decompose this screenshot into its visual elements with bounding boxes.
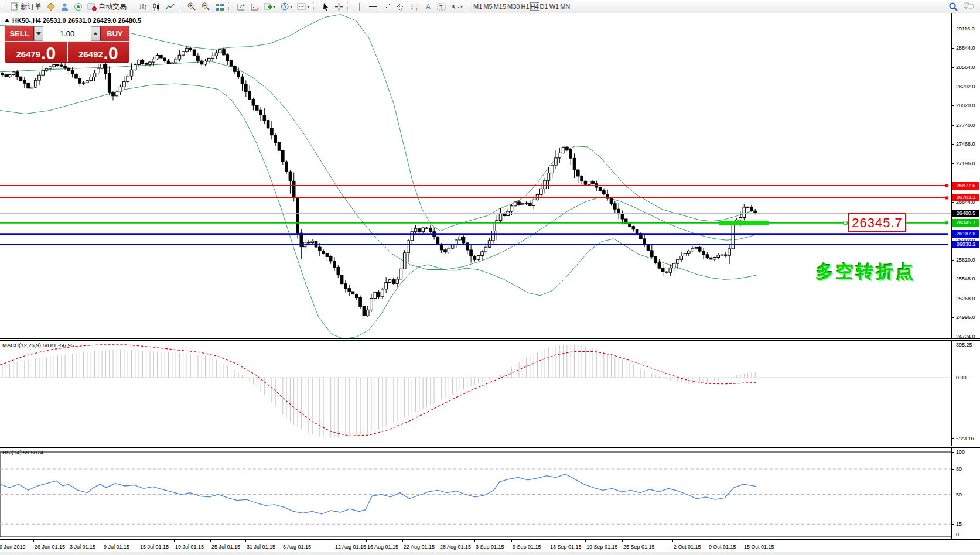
time-axis-tick: [366, 540, 367, 542]
buy-price-int: 26492: [78, 47, 103, 62]
time-axis-tick: [439, 540, 439, 542]
chat-button[interactable]: [961, 1, 976, 12]
step-forward-button[interactable]: [235, 1, 247, 12]
signals-button[interactable]: [72, 1, 84, 12]
buy-price-frac: .0: [104, 44, 118, 62]
timeframe-d1-button[interactable]: D1: [539, 2, 549, 11]
volume-down-button[interactable]: [34, 26, 43, 41]
bar-chart-button[interactable]: [137, 1, 149, 12]
price-line-label: 26703.1: [952, 194, 979, 201]
zoom-in-icon: [187, 2, 196, 11]
title-triangle-icon: [5, 19, 9, 22]
line-chart-button[interactable]: [164, 1, 176, 12]
text-label-icon: T: [437, 2, 446, 11]
tile-windows-button[interactable]: [213, 1, 226, 12]
turning-point-note[interactable]: 多空转折点: [816, 260, 916, 284]
time-axis-label: 12 Aug 01:15: [335, 544, 366, 550]
trendline-button[interactable]: [381, 1, 393, 12]
toolbar-grip[interactable]: [313, 2, 317, 11]
timeframe-m5-button[interactable]: M5: [483, 2, 493, 11]
dropdown-caret-icon: ▾: [273, 4, 275, 9]
clock-icon: [280, 2, 289, 11]
time-axis-tick: [334, 540, 334, 542]
vertical-line-button[interactable]: [354, 1, 366, 12]
autotrading-button[interactable]: 自动交易: [86, 1, 128, 12]
time-axis-tick: [585, 540, 586, 542]
candlestick-chart-button[interactable]: [151, 1, 163, 12]
timeframe-h1-button[interactable]: H1: [520, 2, 530, 11]
text-label-button[interactable]: T: [435, 1, 448, 12]
price-axis[interactable]: 29116.028844.028564.028292.028020.027740…: [951, 13, 980, 338]
cursor-button[interactable]: [320, 1, 332, 12]
arrows-button[interactable]: ▾: [449, 1, 465, 12]
time-axis-tick: [511, 540, 512, 542]
template-icon: [297, 2, 306, 11]
zoom-in-button[interactable]: [185, 1, 198, 12]
rsi-indicator-chart[interactable]: [0, 448, 951, 539]
buy-price[interactable]: 26492 .0: [68, 42, 129, 63]
bar-chart-icon: [139, 2, 148, 11]
chart-forward-icon: [237, 2, 245, 11]
sell-price[interactable]: 26479 .0: [5, 42, 68, 63]
sell-button[interactable]: SELL: [5, 26, 33, 41]
axis-tick-label: 15: [952, 520, 962, 527]
periods-button[interactable]: ▾: [278, 1, 294, 12]
axis-tick-label: -723.16: [952, 435, 974, 442]
macd-indicator-chart[interactable]: [0, 341, 951, 446]
buy-button[interactable]: BUY: [101, 26, 129, 41]
zoom-out-button[interactable]: [199, 1, 212, 12]
toolbar-grip[interactable]: [347, 2, 351, 11]
market-button[interactable]: [45, 1, 57, 12]
price-level-callout[interactable]: 26345.7: [848, 213, 906, 232]
timeframe-h4-button[interactable]: H4: [530, 2, 539, 11]
time-axis-label: 2 Oct 01:15: [674, 544, 701, 550]
symbol-search-button[interactable]: [947, 1, 960, 12]
macd-axis[interactable]: 395.250.00-723.16: [951, 341, 980, 446]
time-axis-label: 15 Jul 01:15: [140, 544, 169, 550]
time-axis-tick: [282, 540, 282, 542]
text-icon: A: [425, 2, 432, 11]
timeframe-m30-button[interactable]: M30: [507, 2, 520, 11]
axis-tick-label: 27740.0: [952, 122, 975, 129]
dropdown-caret-icon: ▾: [460, 4, 463, 9]
time-axis[interactable]: 20 Jun 201926 Jun 01:153 Jul 01:159 Jul …: [0, 539, 980, 555]
horizontal-line-icon: [368, 2, 378, 11]
toolbar-grip[interactable]: [179, 2, 183, 11]
volume-input[interactable]: 1.00: [43, 26, 91, 41]
toolbar-grip[interactable]: [228, 2, 233, 11]
volume-up-button[interactable]: [91, 26, 100, 41]
timeframe-m1-button[interactable]: M1: [473, 2, 483, 11]
horizontal-line-button[interactable]: [367, 1, 380, 12]
axis-tick-label: 24996.0: [952, 314, 975, 321]
timeframe-mn-button[interactable]: MN: [559, 2, 571, 11]
main-price-chart[interactable]: [0, 13, 951, 338]
templates-button[interactable]: ▾: [295, 1, 311, 12]
text-button[interactable]: A: [422, 1, 434, 12]
fibonacci-icon: F: [396, 2, 405, 11]
timeframe-m15-button[interactable]: M15: [493, 2, 507, 11]
time-axis-tick: [402, 540, 403, 542]
crosshair-button[interactable]: [333, 1, 345, 12]
axis-tick-label: 28292.0: [952, 83, 975, 90]
channel-button[interactable]: F: [408, 1, 421, 12]
chart-back-icon: [250, 2, 259, 11]
new-order-button[interactable]: 新订单: [8, 1, 43, 12]
time-axis-label: 15 Oct 01:15: [744, 544, 774, 550]
time-axis-tick: [549, 540, 549, 542]
price-line-label: 26877.6: [952, 182, 979, 190]
window-edge: [0, 552, 980, 555]
chat-icon: [963, 2, 974, 11]
community-button[interactable]: [59, 1, 71, 12]
timeframe-w1-button[interactable]: W1: [549, 2, 560, 11]
time-axis-label: 9 Sep 01:15: [513, 544, 541, 550]
axis-tick-label: 29116.0: [952, 25, 975, 32]
fibonacci-button[interactable]: F: [394, 1, 407, 12]
crosshair-icon: [334, 2, 343, 11]
toolbar-grip[interactable]: [467, 2, 471, 11]
step-back-button[interactable]: [248, 1, 261, 12]
time-axis-tick: [245, 540, 246, 542]
toolbar-grip[interactable]: [131, 2, 135, 11]
toolbar-grip[interactable]: [2, 2, 6, 11]
indicators-button[interactable]: ▾: [262, 1, 277, 12]
rsi-axis[interactable]: 1008050150: [951, 448, 980, 539]
